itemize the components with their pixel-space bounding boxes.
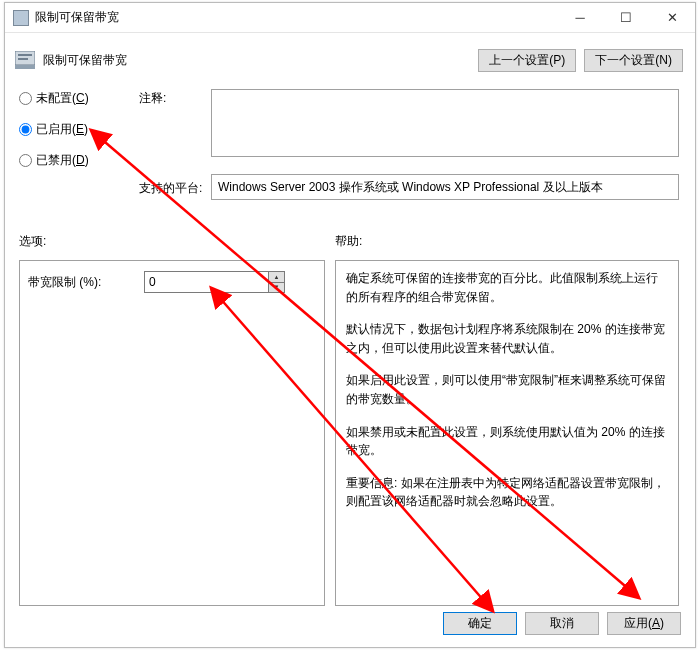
- minimize-button[interactable]: ─: [557, 3, 603, 32]
- comment-label: 注释:: [139, 90, 166, 107]
- radio-not-configured[interactable]: 未配置(C): [19, 90, 89, 107]
- radio-enabled[interactable]: 已启用(E): [19, 121, 89, 138]
- help-paragraph: 如果启用此设置，则可以使用“带宽限制”框来调整系统可保留的带宽数量。: [346, 371, 668, 408]
- policy-icon: [15, 51, 35, 69]
- footer-buttons: 确定 取消 应用(A): [443, 612, 681, 635]
- help-section-label: 帮助:: [335, 233, 362, 250]
- svg-rect-1: [18, 54, 32, 56]
- bandwidth-limit-input[interactable]: [144, 271, 268, 293]
- spin-down-button[interactable]: ▼: [269, 282, 284, 293]
- radio-disabled-input[interactable]: [19, 154, 32, 167]
- options-section-label: 选项:: [19, 233, 46, 250]
- supported-platforms-box[interactable]: Windows Server 2003 操作系统或 Windows XP Pro…: [211, 174, 679, 200]
- titlebar[interactable]: 限制可保留带宽 ─ ☐ ✕: [5, 3, 695, 33]
- radio-enabled-label: 已启用(E): [36, 121, 88, 138]
- app-icon: [13, 10, 29, 26]
- bandwidth-limit-spinner: ▲ ▼: [144, 271, 285, 293]
- help-paragraph: 默认情况下，数据包计划程序将系统限制在 20% 的连接带宽之内，但可以使用此设置…: [346, 320, 668, 357]
- radio-enabled-input[interactable]: [19, 123, 32, 136]
- header-row: 限制可保留带宽 上一个设置(P) 下一个设置(N): [15, 46, 683, 74]
- close-button[interactable]: ✕: [649, 3, 695, 32]
- supported-platforms-text: Windows Server 2003 操作系统或 Windows XP Pro…: [218, 180, 603, 194]
- bandwidth-limit-label: 带宽限制 (%):: [28, 274, 144, 291]
- radio-not-configured-label: 未配置(C): [36, 90, 89, 107]
- dialog-body: 限制可保留带宽 上一个设置(P) 下一个设置(N) 未配置(C) 已启用(E) …: [5, 34, 695, 647]
- svg-rect-2: [18, 58, 28, 60]
- radio-not-configured-input[interactable]: [19, 92, 32, 105]
- help-paragraph: 确定系统可保留的连接带宽的百分比。此值限制系统上运行的所有程序的组合带宽保留。: [346, 269, 668, 306]
- options-pane: 带宽限制 (%): ▲ ▼: [19, 260, 325, 606]
- cancel-button[interactable]: 取消: [525, 612, 599, 635]
- radio-disabled-label: 已禁用(D): [36, 152, 89, 169]
- help-paragraph: 如果禁用或未配置此设置，则系统使用默认值为 20% 的连接带宽。: [346, 423, 668, 460]
- supported-platforms-label: 支持的平台:: [139, 180, 202, 197]
- window-title: 限制可保留带宽: [35, 9, 557, 26]
- bandwidth-limit-row: 带宽限制 (%): ▲ ▼: [28, 271, 316, 293]
- comment-textarea[interactable]: [211, 89, 679, 157]
- state-radio-group: 未配置(C) 已启用(E) 已禁用(D): [19, 90, 89, 169]
- radio-disabled[interactable]: 已禁用(D): [19, 152, 89, 169]
- svg-rect-3: [15, 65, 35, 69]
- help-pane[interactable]: 确定系统可保留的连接带宽的百分比。此值限制系统上运行的所有程序的组合带宽保留。 …: [335, 260, 679, 606]
- prev-setting-button[interactable]: 上一个设置(P): [478, 49, 576, 72]
- policy-title: 限制可保留带宽: [43, 52, 470, 69]
- next-setting-button[interactable]: 下一个设置(N): [584, 49, 683, 72]
- ok-button[interactable]: 确定: [443, 612, 517, 635]
- apply-button[interactable]: 应用(A): [607, 612, 681, 635]
- spin-up-button[interactable]: ▲: [269, 272, 284, 282]
- dialog-window: 限制可保留带宽 ─ ☐ ✕ 限制可保留带宽 上一个设置(P) 下一个设置(N): [4, 2, 696, 648]
- help-paragraph: 重要信息: 如果在注册表中为特定网络适配器设置带宽限制，则配置该网络适配器时就会…: [346, 474, 668, 511]
- maximize-button[interactable]: ☐: [603, 3, 649, 32]
